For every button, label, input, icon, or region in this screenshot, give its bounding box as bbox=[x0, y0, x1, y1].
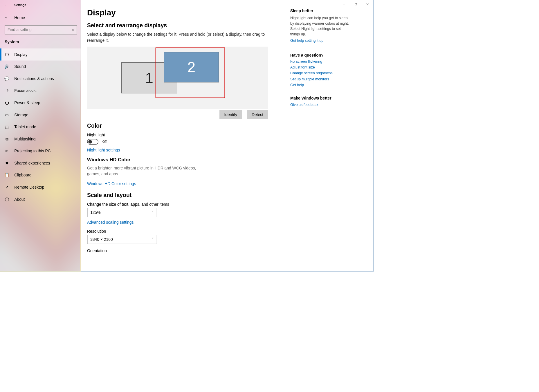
help-link[interactable]: Fix screen flickering bbox=[290, 59, 351, 64]
question-heading: Have a question? bbox=[290, 53, 351, 57]
sidebar-item-focus[interactable]: ☽Focus assist bbox=[0, 85, 81, 97]
close-button[interactable] bbox=[362, 0, 373, 8]
home-label: Home bbox=[14, 15, 25, 20]
sidebar-item-label: Focus assist bbox=[14, 88, 37, 93]
scale-label: Change the size of text, apps, and other… bbox=[87, 202, 276, 207]
orientation-label: Orientation bbox=[87, 249, 276, 253]
remote-icon: ↗ bbox=[5, 185, 9, 190]
page-title: Display bbox=[87, 8, 276, 17]
rearrange-text: Select a display below to change the set… bbox=[87, 31, 276, 44]
night-light-settings-link[interactable]: Night light settings bbox=[87, 148, 120, 152]
night-light-state: Off bbox=[102, 140, 107, 143]
resolution-label: Resolution bbox=[87, 229, 276, 234]
sidebar-item-tablet[interactable]: ⬚Tablet mode bbox=[0, 121, 81, 133]
help-link[interactable]: Adjust font size bbox=[290, 65, 351, 70]
sleep-help-link[interactable]: Get help setting it up bbox=[290, 39, 351, 43]
hd-color-link[interactable]: Windows HD Color settings bbox=[87, 181, 136, 186]
clipboard-icon: 📋 bbox=[5, 173, 9, 178]
display-monitor-2[interactable]: 2 bbox=[164, 52, 219, 82]
color-heading: Color bbox=[87, 123, 276, 129]
search-icon: ⌕ bbox=[72, 28, 74, 32]
sidebar-item-remote[interactable]: ↗Remote Desktop bbox=[0, 181, 81, 193]
help-link[interactable]: Change screen brightness bbox=[290, 71, 351, 75]
sidebar-item-notifications[interactable]: 💬Notifications & actions bbox=[0, 73, 81, 85]
sidebar-item-label: Notifications & actions bbox=[14, 76, 54, 81]
hd-color-text: Get a brighter, more vibrant picture in … bbox=[87, 165, 200, 177]
home-icon: ⌂ bbox=[5, 15, 9, 20]
make-better-heading: Make Windows better bbox=[290, 96, 351, 101]
search-field[interactable] bbox=[8, 28, 72, 32]
rearrange-heading: Select and rearrange displays bbox=[87, 22, 276, 28]
minimize-button[interactable] bbox=[338, 0, 350, 8]
sleep-better-text: Night light can help you get to sleep by… bbox=[290, 15, 351, 37]
sidebar-item-label: Clipboard bbox=[14, 173, 31, 178]
identify-button[interactable]: Identify bbox=[219, 110, 242, 119]
hd-color-heading: Windows HD Color bbox=[87, 157, 276, 162]
sidebar-item-label: Sound bbox=[14, 64, 26, 69]
help-link[interactable]: Set up multiple monitors bbox=[290, 77, 351, 81]
window-title: Settings bbox=[14, 3, 26, 7]
sidebar-item-display[interactable]: 🖵Display bbox=[0, 48, 81, 61]
resolution-value: 3840 × 2160 bbox=[90, 237, 113, 242]
projecting-icon: ⎚ bbox=[5, 149, 9, 153]
resolution-select[interactable]: 3840 × 2160 ˅ bbox=[87, 235, 157, 244]
power-icon: ⏻ bbox=[5, 100, 9, 105]
display-icon: 🖵 bbox=[5, 52, 9, 57]
storage-icon: ▭ bbox=[5, 112, 9, 117]
sidebar: ← Settings ⌂ Home ⌕ System 🖵Display🔊Soun… bbox=[0, 0, 81, 272]
sidebar-item-shared[interactable]: ✖Shared experiences bbox=[0, 157, 81, 169]
scale-select[interactable]: 125% ˅ bbox=[87, 208, 157, 217]
sidebar-item-label: Remote Desktop bbox=[14, 185, 44, 189]
sidebar-item-label: Display bbox=[14, 52, 27, 57]
sidebar-item-label: Projecting to this PC bbox=[14, 149, 51, 153]
night-light-label: Night light bbox=[87, 133, 276, 137]
sound-icon: 🔊 bbox=[5, 64, 9, 69]
svg-rect-1 bbox=[355, 3, 357, 5]
chevron-down-icon: ˅ bbox=[152, 210, 154, 215]
sidebar-home[interactable]: ⌂ Home bbox=[0, 12, 81, 24]
sidebar-item-clipboard[interactable]: 📋Clipboard bbox=[0, 169, 81, 181]
focus-icon: ☽ bbox=[5, 88, 9, 93]
scale-value: 125% bbox=[90, 210, 100, 215]
sidebar-item-label: Shared experiences bbox=[14, 161, 50, 165]
sidebar-item-label: Storage bbox=[14, 113, 28, 117]
multitask-icon: ⧉ bbox=[5, 137, 9, 141]
search-input[interactable]: ⌕ bbox=[5, 25, 77, 35]
tablet-icon: ⬚ bbox=[5, 124, 9, 129]
sidebar-section: System bbox=[0, 37, 81, 47]
sidebar-item-sound[interactable]: 🔊Sound bbox=[0, 61, 81, 73]
detect-button[interactable]: Detect bbox=[247, 110, 268, 119]
notifications-icon: 💬 bbox=[5, 76, 9, 81]
sidebar-item-multitask[interactable]: ⧉Multitasking bbox=[0, 133, 81, 145]
sidebar-item-label: About bbox=[14, 197, 25, 202]
sidebar-item-storage[interactable]: ▭Storage bbox=[0, 109, 81, 121]
sidebar-item-about[interactable]: ⓘAbout bbox=[0, 193, 81, 205]
about-icon: ⓘ bbox=[5, 196, 9, 202]
sidebar-item-label: Power & sleep bbox=[14, 100, 40, 105]
display-arrangement[interactable]: 2 1 bbox=[87, 47, 268, 109]
sleep-better-heading: Sleep better bbox=[290, 9, 351, 13]
maximize-button[interactable] bbox=[350, 0, 362, 8]
sidebar-item-power[interactable]: ⏻Power & sleep bbox=[0, 97, 81, 109]
night-light-toggle[interactable] bbox=[87, 139, 98, 144]
help-link[interactable]: Get help bbox=[290, 83, 351, 87]
advanced-scaling-link[interactable]: Advanced scaling settings bbox=[87, 220, 134, 225]
feedback-link[interactable]: Give us feedback bbox=[290, 102, 351, 107]
sidebar-item-label: Multitasking bbox=[14, 137, 35, 141]
back-button[interactable]: ← bbox=[5, 3, 8, 7]
scale-heading: Scale and layout bbox=[87, 192, 276, 198]
sidebar-item-label: Tablet mode bbox=[14, 124, 36, 129]
chevron-down-icon: ˅ bbox=[152, 237, 154, 242]
sidebar-item-projecting[interactable]: ⎚Projecting to this PC bbox=[0, 145, 81, 157]
shared-icon: ✖ bbox=[5, 161, 9, 166]
